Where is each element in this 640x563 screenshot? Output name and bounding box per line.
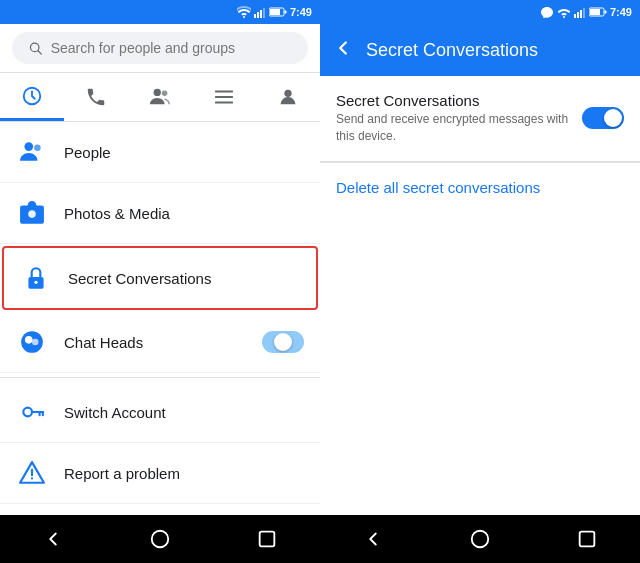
menu-item-chat-heads[interactable]: Chat Heads: [0, 312, 320, 373]
svg-point-11: [154, 89, 161, 96]
chat-heads-toggle[interactable]: [262, 331, 304, 353]
right-back-icon: [332, 37, 354, 59]
right-back-nav-icon: [362, 528, 384, 550]
recents-nav-icon: [256, 528, 278, 550]
profile-icon: [277, 86, 299, 108]
left-panel: 7:49: [0, 0, 320, 563]
menu-item-switch-account[interactable]: Switch Account: [0, 382, 320, 443]
svg-rect-4: [263, 8, 265, 18]
svg-point-39: [563, 16, 565, 18]
nav-tabs: [0, 73, 320, 122]
recents-button[interactable]: [237, 519, 297, 559]
right-status-icons: 7:49: [540, 6, 632, 18]
menu-item-report-label: Report a problem: [64, 465, 304, 482]
setting-title: Secret Conversations: [336, 92, 570, 109]
svg-rect-1: [254, 14, 256, 18]
svg-point-25: [23, 408, 32, 417]
delete-all-item[interactable]: Delete all secret conversations: [320, 163, 640, 213]
back-button[interactable]: [23, 519, 83, 559]
right-back-nav-button[interactable]: [343, 519, 403, 559]
svg-point-16: [284, 90, 291, 97]
right-status-bar: 7:49: [320, 0, 640, 24]
svg-point-37: [152, 531, 169, 548]
setting-desc: Send and receive encrypted messages with…: [336, 111, 570, 145]
svg-point-12: [162, 91, 168, 97]
home-button[interactable]: [130, 519, 190, 559]
right-header: Secret Conversations: [320, 24, 640, 76]
tab-recent[interactable]: [0, 73, 64, 121]
signal-icon: [254, 6, 266, 18]
menu-item-secret-label: Secret Conversations: [68, 270, 300, 287]
left-status-bar: 7:49: [0, 0, 320, 24]
key-icon: [19, 399, 45, 425]
svg-point-21: [34, 281, 37, 284]
svg-rect-41: [577, 12, 579, 18]
right-back-button[interactable]: [332, 37, 354, 64]
right-signal-icon: [574, 6, 586, 18]
right-wifi-icon: [557, 6, 571, 18]
svg-rect-48: [579, 532, 594, 547]
secret-conversations-setting: Secret Conversations Send and receive en…: [320, 76, 640, 162]
svg-point-47: [472, 531, 489, 548]
svg-rect-46: [604, 11, 606, 14]
tab-people[interactable]: [128, 73, 192, 121]
svg-point-18: [34, 144, 40, 151]
people-menu-icon: [19, 139, 45, 165]
search-bar: [0, 24, 320, 73]
menu-item-switch-account-label: Switch Account: [64, 404, 304, 421]
search-input-area[interactable]: [12, 32, 308, 64]
svg-point-30: [31, 477, 33, 479]
battery-icon: [269, 7, 287, 17]
menu-item-secret[interactable]: Secret Conversations: [2, 246, 318, 310]
secret-conversations-toggle[interactable]: [582, 107, 624, 129]
chat-heads-icon-container: [16, 326, 48, 358]
right-home-nav-button[interactable]: [450, 519, 510, 559]
menu-item-people[interactable]: People: [0, 122, 320, 183]
svg-rect-42: [580, 10, 582, 18]
menu-item-people-label: People: [64, 144, 304, 161]
people-icon-container: [16, 136, 48, 168]
status-icons: 7:49: [237, 6, 312, 18]
svg-rect-3: [260, 10, 262, 18]
menu-list: People Photos & Media Secret Conversa: [0, 122, 320, 515]
right-bottom-nav: [320, 515, 640, 563]
svg-rect-7: [284, 11, 286, 14]
svg-point-23: [25, 336, 33, 344]
people-tab-icon: [149, 86, 171, 108]
svg-rect-38: [259, 532, 274, 547]
tab-profile[interactable]: [256, 73, 320, 121]
search-icon: [28, 40, 43, 56]
tab-list[interactable]: [192, 73, 256, 121]
menu-item-photos[interactable]: Photos & Media: [0, 183, 320, 244]
right-recents-nav-button[interactable]: [557, 519, 617, 559]
tab-calls[interactable]: [64, 73, 128, 121]
list-icon: [213, 86, 235, 108]
right-content: Secret Conversations Send and receive en…: [320, 76, 640, 515]
clock-icon: [21, 85, 43, 107]
svg-point-0: [243, 16, 245, 18]
key-icon-container: [16, 396, 48, 428]
right-time-display: 7:49: [610, 6, 632, 18]
right-home-nav-icon: [469, 528, 491, 550]
svg-rect-6: [270, 9, 280, 15]
right-battery-icon: [589, 7, 607, 17]
phone-icon: [85, 86, 107, 108]
divider-1: [0, 377, 320, 378]
svg-line-9: [38, 51, 41, 54]
svg-point-17: [24, 142, 33, 151]
time-display: 7:49: [290, 6, 312, 18]
camera-icon-container: [16, 197, 48, 229]
search-input[interactable]: [51, 40, 292, 56]
chat-heads-icon: [19, 329, 45, 355]
menu-item-chat-heads-label: Chat Heads: [64, 334, 246, 351]
svg-rect-40: [574, 14, 576, 18]
svg-rect-43: [583, 8, 585, 18]
lock-icon: [23, 265, 49, 291]
left-bottom-nav: [0, 515, 320, 563]
setting-text: Secret Conversations Send and receive en…: [336, 92, 570, 145]
svg-point-24: [32, 339, 39, 346]
menu-item-help[interactable]: Help: [0, 504, 320, 515]
menu-item-report[interactable]: Report a problem: [0, 443, 320, 504]
camera-icon: [19, 200, 45, 226]
svg-point-19: [28, 210, 36, 218]
